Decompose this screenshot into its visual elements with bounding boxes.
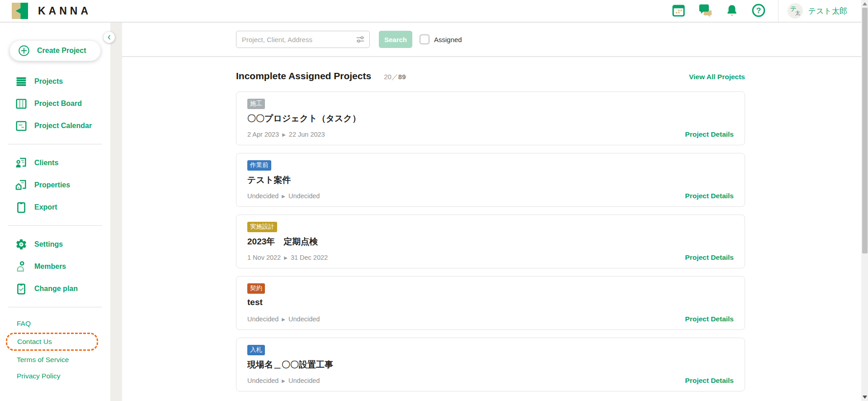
project-title: 〇〇プロジェクト（タスク） <box>247 113 734 124</box>
project-calendar-icon <box>15 119 28 132</box>
projects-icon <box>15 75 28 88</box>
sidebar-group: Clients Properties Export <box>8 144 102 218</box>
page-title: Incomplete Assigned Projects <box>236 71 371 81</box>
sidebar-item-label: Export <box>34 203 57 211</box>
arrow-right-icon: ▶ <box>282 378 285 383</box>
export-icon <box>15 201 28 214</box>
date-end: Undecided <box>288 192 320 200</box>
project-dates: Undecided ▶ Undecided <box>247 377 320 384</box>
main-content: Search Assigned Incomplete Assigned Proj… <box>122 23 868 401</box>
sidebar-link-terms-of-service[interactable]: Terms of Service <box>8 352 102 368</box>
project-board-icon <box>15 97 28 110</box>
chat-icon[interactable] <box>698 3 713 19</box>
brand-name: KANNA <box>38 5 91 17</box>
sidebar-item-label: Clients <box>34 159 58 167</box>
sidebar-item-export[interactable]: Export <box>0 196 102 218</box>
status-badge: 施工 <box>247 99 265 109</box>
help-icon[interactable]: ? <box>751 3 766 19</box>
sidebar-item-properties[interactable]: Properties <box>0 174 102 196</box>
status-badge: 作業前 <box>247 160 271 171</box>
calendar-icon[interactable] <box>671 3 686 19</box>
plus-circle-icon <box>18 45 30 57</box>
project-details-link[interactable]: Project Details <box>685 130 734 138</box>
arrow-right-icon: ▶ <box>282 317 285 322</box>
status-badge: 入札 <box>247 345 265 355</box>
view-all-projects-link[interactable]: View All Projects <box>689 73 745 81</box>
avatar: テ 太 <box>788 3 803 19</box>
scroll-down-arrow-icon[interactable] <box>863 396 867 399</box>
project-card: 施工 〇〇プロジェクト（タスク） 2 Apr 2023 ▶ 22 Jun 202… <box>236 91 745 145</box>
project-count: 20／89 <box>384 73 406 81</box>
assigned-label: Assigned <box>434 36 462 43</box>
create-project-button[interactable]: Create Project <box>9 40 101 61</box>
assigned-filter: Assigned <box>420 34 462 44</box>
sidebar-link-contact-us[interactable]: Contact Us <box>6 333 98 351</box>
search-row: Search Assigned <box>122 23 868 57</box>
project-details-link[interactable]: Project Details <box>685 192 734 200</box>
assigned-checkbox[interactable] <box>420 34 429 44</box>
project-card: 契約 test Undecided ▶ Undecided Project De… <box>236 276 745 330</box>
sidebar-item-projects[interactable]: Projects <box>0 70 110 92</box>
avatar-initial-bottom: 太 <box>795 10 801 17</box>
svg-text:?: ? <box>756 6 761 15</box>
kanna-logo[interactable]: KANNA <box>0 3 91 19</box>
sidebar-collapse-button[interactable] <box>104 32 115 43</box>
date-start: 2 Apr 2023 <box>247 131 279 138</box>
app-root: KANNA <box>0 0 868 401</box>
arrow-right-icon: ▶ <box>282 194 285 199</box>
sidebar-item-project-board[interactable]: Project Board <box>0 92 110 115</box>
settings-icon <box>15 238 28 251</box>
header-divider <box>778 0 778 22</box>
sidebar-item-members[interactable]: Members <box>0 255 102 277</box>
sidebar-item-clients[interactable]: Clients <box>0 152 102 174</box>
project-card-list: 施工 〇〇プロジェクト（タスク） 2 Apr 2023 ▶ 22 Jun 202… <box>236 91 745 391</box>
properties-icon <box>15 179 28 191</box>
project-card: 実施設計 2023年 定期点検 1 Nov 2022 ▶ 31 Dec 2022… <box>236 215 745 268</box>
sidebar-item-label: Projects <box>34 77 63 86</box>
sidebar-item-settings[interactable]: Settings <box>0 233 102 255</box>
search-box <box>236 31 370 48</box>
project-card: 入札 現場名＿〇〇設置工事 Undecided ▶ Undecided Proj… <box>236 338 745 391</box>
arrow-right-icon: ▶ <box>284 255 288 260</box>
sidebar-group: Settings Members Change plan <box>8 225 102 300</box>
project-details-link[interactable]: Project Details <box>685 377 734 385</box>
scrollbar-thumb[interactable] <box>862 8 868 253</box>
sidebar: Create Project Projects Project Board Pr… <box>0 23 110 401</box>
members-icon <box>15 260 28 273</box>
sidebar-gap <box>110 23 122 401</box>
sidebar-item-label: Members <box>34 263 66 271</box>
sidebar-item-change-plan[interactable]: Change plan <box>0 277 102 300</box>
notifications-bell-icon[interactable] <box>724 3 740 19</box>
sidebar-links: FAQContact UsTerms of ServicePrivacy Pol… <box>8 307 102 384</box>
scroll-up-arrow-icon[interactable] <box>863 2 867 5</box>
sidebar-item-project-calendar[interactable]: Project Calendar <box>0 115 110 137</box>
sidebar-nav: Projects Project Board Project Calendar … <box>0 70 110 300</box>
app-header: KANNA <box>0 0 868 23</box>
clients-icon <box>15 157 28 169</box>
date-end: Undecided <box>288 377 320 384</box>
date-end: 31 Dec 2022 <box>291 254 328 261</box>
filter-icon[interactable] <box>355 35 365 44</box>
project-title: 2023年 定期点検 <box>247 236 734 248</box>
search-button[interactable]: Search <box>379 31 412 48</box>
user-menu[interactable]: テ 太 テスト太郎 <box>788 3 847 19</box>
project-dates: Undecided ▶ Undecided <box>247 192 320 200</box>
sidebar-link-faq[interactable]: FAQ <box>8 315 102 332</box>
create-project-label: Create Project <box>37 47 86 55</box>
page-scrollbar[interactable] <box>861 0 868 401</box>
status-badge: 契約 <box>247 283 265 294</box>
sidebar-link-privacy-policy[interactable]: Privacy Policy <box>8 368 102 384</box>
date-end: 22 Jun 2023 <box>289 131 325 138</box>
project-details-link[interactable]: Project Details <box>685 315 734 323</box>
date-end: Undecided <box>288 315 320 323</box>
arrow-right-icon: ▶ <box>282 132 286 137</box>
date-start: Undecided <box>247 377 278 384</box>
project-card: 作業前 テスト案件 Undecided ▶ Undecided Project … <box>236 153 745 207</box>
project-dates: 1 Nov 2022 ▶ 31 Dec 2022 <box>247 254 328 261</box>
search-input[interactable] <box>236 31 370 48</box>
project-details-link[interactable]: Project Details <box>685 253 734 262</box>
date-start: Undecided <box>247 192 278 200</box>
section-header: Incomplete Assigned Projects 20／89 View … <box>236 71 745 81</box>
change-plan-icon <box>15 282 28 295</box>
header-actions: ? テ 太 テスト太郎 <box>671 0 868 22</box>
